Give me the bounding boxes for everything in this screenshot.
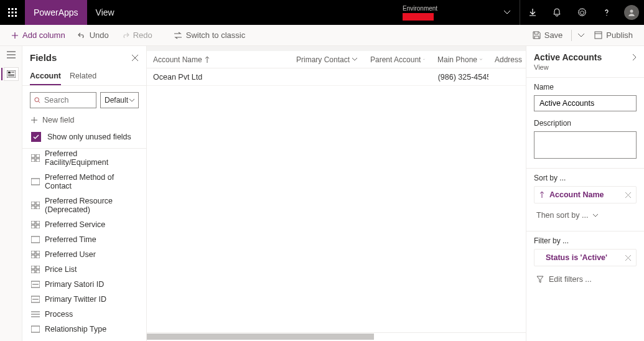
- product-brand: PowerApps: [25, 0, 87, 25]
- view-subtype: View: [526, 62, 644, 77]
- column-header[interactable]: Primary Contact: [290, 55, 364, 64]
- add-column-button[interactable]: Add column: [5, 25, 72, 45]
- svg-rect-16: [31, 159, 35, 162]
- cell: (986) 325-4545: [432, 73, 489, 82]
- field-item[interactable]: Process: [22, 307, 146, 322]
- svg-rect-19: [31, 202, 35, 205]
- field-item[interactable]: Preferred Method of Contact: [22, 170, 146, 194]
- column-header[interactable]: Parent Account: [364, 55, 431, 64]
- view-description-input[interactable]: [534, 131, 637, 159]
- field-item[interactable]: Primary Twitter ID: [22, 292, 146, 307]
- field-item[interactable]: Preferred User: [22, 247, 146, 262]
- view-name-input[interactable]: [534, 95, 637, 111]
- field-item[interactable]: Preferred Service: [22, 217, 146, 232]
- chevron-right-icon[interactable]: [632, 54, 637, 61]
- table-row[interactable]: Ocean Pvt Ltd (986) 325-4545: [147, 68, 526, 86]
- svg-rect-17: [36, 159, 40, 162]
- switch-icon: [174, 32, 182, 39]
- svg-rect-31: [36, 255, 40, 258]
- field-filter-combo[interactable]: Default: [100, 92, 139, 108]
- tab-account[interactable]: Account: [30, 68, 61, 85]
- gear-icon[interactable]: [569, 0, 594, 25]
- svg-rect-35: [36, 270, 40, 273]
- app-launcher[interactable]: [0, 0, 25, 25]
- search-icon: [34, 96, 40, 104]
- svg-rect-0: [8, 8, 10, 10]
- close-icon[interactable]: [625, 192, 631, 198]
- svg-point-9: [630, 10, 633, 13]
- svg-rect-38: [31, 326, 40, 332]
- show-unused-checkbox[interactable]: [31, 132, 41, 142]
- breadcrumb: View: [87, 7, 123, 17]
- filterby-label: Filter by ...: [534, 236, 637, 245]
- filter-chip[interactable]: Status is 'Active': [534, 249, 637, 266]
- search-input[interactable]: [44, 96, 92, 105]
- edit-filters-button[interactable]: Edit filters ...: [534, 271, 637, 287]
- svg-rect-6: [8, 15, 10, 17]
- svg-rect-7: [12, 15, 14, 17]
- horizontal-scrollbar[interactable]: [147, 332, 526, 341]
- publish-button[interactable]: Publish: [588, 25, 639, 45]
- field-item[interactable]: Preferred Time: [22, 232, 146, 247]
- help-icon[interactable]: [594, 0, 619, 25]
- svg-rect-26: [36, 225, 40, 228]
- name-label: Name: [534, 83, 637, 91]
- chevron-down-icon[interactable]: [495, 0, 520, 25]
- switch-classic-button[interactable]: Switch to classic: [167, 25, 251, 45]
- column-header[interactable]: Address: [488, 55, 526, 64]
- svg-rect-34: [31, 270, 35, 273]
- save-label: Save: [544, 30, 563, 40]
- field-item[interactable]: Reschedule Booking Recurrence?: [22, 337, 146, 341]
- field-item[interactable]: Preferred Resource (Deprecated): [22, 194, 146, 217]
- svg-rect-12: [8, 72, 11, 73]
- close-icon[interactable]: [625, 255, 631, 261]
- undo-button[interactable]: Undo: [72, 25, 115, 45]
- svg-rect-15: [36, 154, 40, 157]
- environment-picker[interactable]: Environment: [395, 5, 495, 21]
- plus-icon: [31, 117, 37, 123]
- undo-label: Undo: [90, 30, 109, 40]
- field-item[interactable]: Preferred Facility/Equipment: [22, 148, 146, 170]
- sort-chip[interactable]: Account Name: [534, 186, 637, 203]
- column-header[interactable]: Main Phone: [431, 55, 488, 64]
- plus-icon: [11, 32, 19, 39]
- close-icon[interactable]: [131, 54, 139, 62]
- publish-icon: [594, 31, 602, 39]
- svg-rect-4: [12, 12, 14, 14]
- svg-rect-23: [31, 221, 35, 224]
- redo-icon: [121, 32, 129, 39]
- then-sort-button[interactable]: Then sort by ...: [534, 207, 637, 223]
- svg-rect-32: [31, 266, 35, 269]
- field-label: Preferred Facility/Equipment: [45, 149, 138, 167]
- field-item[interactable]: Primary Satori ID: [22, 277, 146, 292]
- new-field-button[interactable]: New field: [22, 113, 146, 127]
- hamburger-icon[interactable]: [7, 51, 16, 58]
- svg-rect-14: [31, 154, 35, 157]
- svg-rect-33: [36, 266, 40, 269]
- rail-view-item[interactable]: [4, 67, 19, 81]
- save-button[interactable]: Save: [526, 25, 569, 45]
- column-header[interactable]: Account Name: [147, 55, 290, 64]
- svg-rect-24: [36, 221, 40, 224]
- field-search[interactable]: [30, 92, 96, 108]
- field-item[interactable]: Price List: [22, 262, 146, 277]
- field-item[interactable]: Relationship Type: [22, 322, 146, 337]
- field-label: Preferred Service: [45, 220, 105, 229]
- field-label: Preferred User: [45, 250, 96, 259]
- undo-icon: [78, 32, 86, 39]
- show-unused-label: Show only unused fields: [47, 133, 131, 141]
- chevron-down-icon: [593, 214, 598, 217]
- bell-icon[interactable]: [544, 0, 569, 25]
- tab-related[interactable]: Related: [70, 68, 96, 85]
- redo-label: Redo: [133, 30, 152, 40]
- download-icon[interactable]: [520, 0, 544, 25]
- svg-rect-1: [12, 8, 14, 10]
- edit-filters-label: Edit filters ...: [549, 275, 592, 284]
- save-menu[interactable]: [574, 25, 588, 45]
- description-label: Description: [534, 119, 637, 128]
- field-list[interactable]: Preferred Facility/EquipmentPreferred Me…: [22, 148, 146, 341]
- user-avatar[interactable]: [619, 0, 644, 25]
- svg-rect-27: [31, 236, 40, 243]
- filter-chip-label: Status is 'Active': [546, 253, 607, 262]
- svg-rect-8: [15, 15, 17, 17]
